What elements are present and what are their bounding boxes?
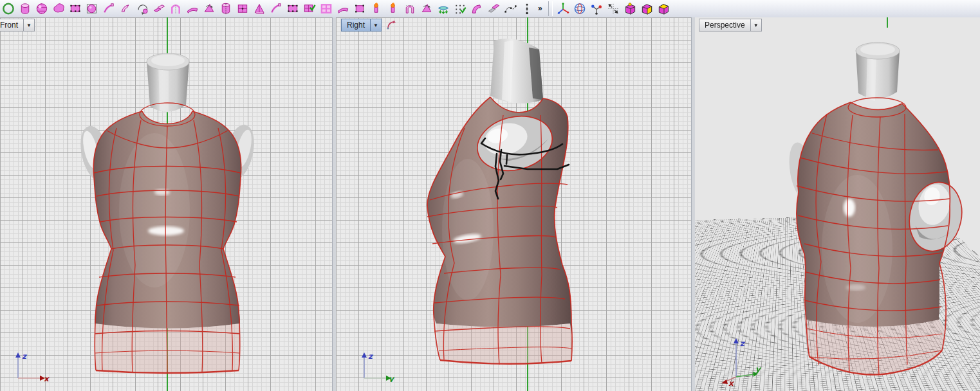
- tilted-patches-icon[interactable]: [151, 1, 167, 17]
- perspective-grid: [695, 17, 980, 391]
- scale-arrows-icon[interactable]: [605, 1, 622, 17]
- swoosh-icon[interactable]: [268, 1, 284, 17]
- svg-text:z: z: [368, 352, 374, 361]
- green-circle-icon[interactable]: [0, 1, 17, 17]
- window-grid-icon[interactable]: [318, 1, 335, 17]
- svg-text:z: z: [740, 339, 746, 348]
- point-patch-icon[interactable]: [284, 1, 301, 17]
- viewport-front[interactable]: Front ▼ z x: [0, 17, 332, 391]
- viewport-title-right[interactable]: Right ▼: [341, 19, 382, 32]
- right-grid: [336, 17, 691, 391]
- viewport-right[interactable]: Right ▼ z y: [336, 17, 691, 391]
- elbow-icon[interactable]: [468, 1, 485, 17]
- molecule-axis-icon[interactable]: [588, 1, 605, 17]
- grid-box-icon[interactable]: [234, 1, 251, 17]
- svg-text:z: z: [22, 352, 28, 361]
- flame-pipe-icon[interactable]: [368, 1, 385, 17]
- control-point-patch-icon[interactable]: [67, 1, 84, 17]
- split-cylinder-icon[interactable]: [217, 1, 234, 17]
- perspective-axis-sliver: [887, 17, 888, 28]
- svg-text:y: y: [389, 374, 395, 382]
- curve-flick-alt-icon[interactable]: [117, 1, 134, 17]
- rotate-dot-icon[interactable]: [134, 1, 151, 17]
- curved-slab-icon[interactable]: [184, 1, 201, 17]
- curve-flick-icon[interactable]: [100, 1, 117, 17]
- right-vertical-axis: [527, 17, 528, 391]
- chevron-down-icon[interactable]: ▼: [370, 19, 382, 32]
- view-tools-group: [555, 0, 672, 17]
- flip-surface-icon[interactable]: [201, 1, 217, 17]
- patch-sphere-icon[interactable]: [33, 1, 50, 17]
- arch-icon[interactable]: [167, 1, 184, 17]
- perspective-axis-indicator: z y x: [714, 336, 779, 386]
- flame-pipe-alt-icon[interactable]: [385, 1, 402, 17]
- front-grid: [0, 17, 332, 391]
- node-pole-icon[interactable]: [519, 1, 535, 17]
- right-axis-indicator: z y: [354, 349, 399, 382]
- main-toolbar: »: [0, 0, 980, 18]
- blob-icon[interactable]: [50, 1, 67, 17]
- viewport-perspective[interactable]: Perspective ▼ z y x: [695, 17, 980, 391]
- gray-flip-icon[interactable]: [485, 1, 502, 17]
- cylinder-icon[interactable]: [17, 1, 33, 17]
- dot-grid-check-icon[interactable]: [452, 1, 468, 17]
- front-axis-indicator: z x: [8, 349, 53, 382]
- node-curve-icon[interactable]: [502, 1, 519, 17]
- rotate-view-icon[interactable]: [386, 20, 398, 30]
- box-face-right-icon[interactable]: [638, 1, 655, 17]
- viewport-title-text[interactable]: Front: [0, 19, 23, 32]
- lens-arrows-icon[interactable]: [435, 1, 452, 17]
- half-pipe-icon[interactable]: [402, 1, 418, 17]
- box-face-top-icon[interactable]: [655, 1, 672, 17]
- front-vertical-axis: [167, 17, 168, 391]
- toolbar-separator: [548, 1, 553, 16]
- viewport-title-perspective[interactable]: Perspective ▼: [699, 19, 762, 32]
- check-grid-icon[interactable]: [301, 1, 318, 17]
- svg-text:y: y: [755, 365, 762, 374]
- slab-split-icon[interactable]: [335, 1, 351, 17]
- chevron-down-icon[interactable]: ▼: [23, 19, 35, 32]
- toolbar-overflow-chevron[interactable]: »: [535, 4, 546, 14]
- viewport-title-front[interactable]: Front ▼: [0, 19, 35, 32]
- point-box-icon[interactable]: [351, 1, 368, 17]
- chevron-down-icon[interactable]: ▼: [750, 19, 762, 32]
- wedge-icon[interactable]: [251, 1, 268, 17]
- svg-text:x: x: [44, 374, 50, 382]
- svg-text:x: x: [728, 379, 735, 386]
- globe-icon[interactable]: [571, 1, 588, 17]
- viewport-title-text[interactable]: Right: [341, 19, 370, 32]
- axis-triad-icon[interactable]: [555, 1, 571, 17]
- shell-icon[interactable]: [418, 1, 435, 17]
- box-corner-point-icon[interactable]: [622, 1, 638, 17]
- viewport-title-text[interactable]: Perspective: [699, 19, 750, 32]
- surface-tools-group: [0, 0, 535, 17]
- sphere-in-box-icon[interactable]: [84, 1, 100, 17]
